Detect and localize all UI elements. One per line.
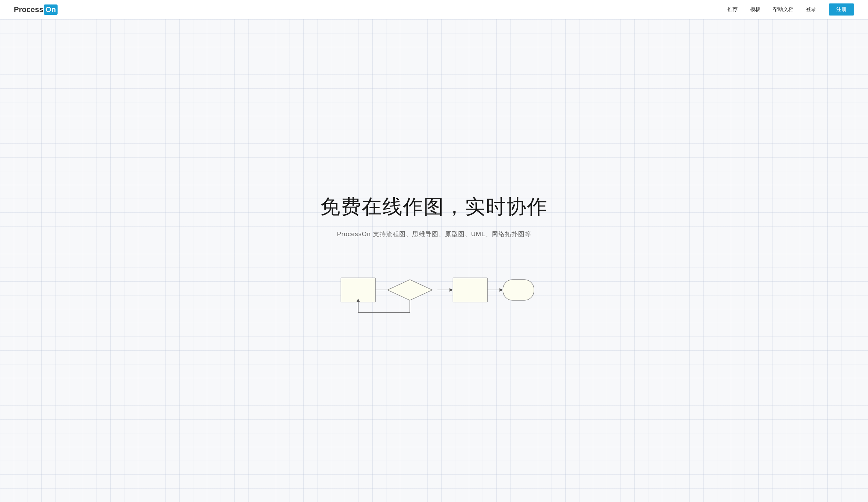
- nav-login[interactable]: 登录: [806, 6, 816, 13]
- hero-subtitle: ProcessOn 支持流程图、思维导图、原型图、UML、网络拓扑图等: [337, 230, 531, 238]
- flowchart-svg: [331, 259, 537, 321]
- svg-rect-6: [453, 278, 487, 302]
- logo-process-text: Process: [14, 5, 43, 14]
- svg-marker-5: [450, 288, 453, 292]
- svg-rect-9: [503, 280, 534, 300]
- logo[interactable]: ProcessOn: [14, 4, 58, 15]
- flowchart-diagram: [331, 259, 537, 321]
- nav-recommend[interactable]: 推荐: [727, 6, 738, 13]
- navbar: ProcessOn 推荐 模板 帮助文档 登录 注册: [0, 0, 868, 19]
- logo-on-text: On: [44, 4, 58, 15]
- svg-marker-3: [387, 280, 432, 300]
- hero-title: 免费在线作图，实时协作: [320, 193, 548, 220]
- nav-help[interactable]: 帮助文档: [773, 6, 794, 13]
- svg-rect-0: [341, 278, 375, 302]
- register-button[interactable]: 注册: [829, 3, 854, 16]
- hero-section: 免费在线作图，实时协作 ProcessOn 支持流程图、思维导图、原型图、UML…: [0, 19, 868, 502]
- nav-templates[interactable]: 模板: [750, 6, 760, 13]
- nav-links: 推荐 模板 帮助文档 登录 注册: [727, 3, 854, 16]
- svg-marker-8: [499, 288, 503, 292]
